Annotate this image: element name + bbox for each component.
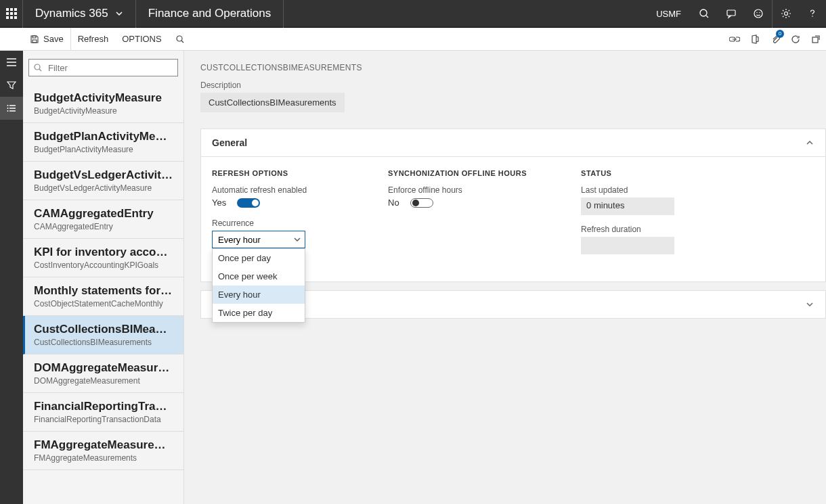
description-value: CustCollectionsBIMeasurements — [200, 93, 345, 112]
svg-rect-8 — [32, 36, 36, 38]
list-item-title: BudgetActivityMeasure — [34, 91, 173, 105]
recurrence-option[interactable]: Once per day — [213, 249, 305, 267]
last-updated-value: 0 minutes — [581, 198, 674, 215]
list-item-title: Monthly statements for c... — [34, 284, 173, 298]
actionbar-search-button[interactable] — [169, 28, 196, 51]
search-icon — [175, 35, 185, 44]
list-item-title: FinancialReportingTransa... — [34, 400, 173, 413]
feedback-button[interactable] — [745, 0, 772, 28]
office-button[interactable] — [745, 28, 765, 51]
settings-button[interactable] — [772, 0, 799, 28]
messages-button[interactable] — [718, 0, 745, 28]
svg-point-19 — [7, 105, 9, 106]
save-button[interactable]: Save — [23, 28, 71, 51]
rail-filter-button[interactable] — [0, 74, 23, 97]
description-label: Description — [200, 81, 826, 90]
list-item-subtitle: BudgetPlanActivityMeasure — [34, 145, 173, 154]
refresh-duration-value — [581, 237, 674, 254]
save-label: Save — [43, 34, 64, 44]
app-launcher-button[interactable] — [0, 0, 23, 28]
list-item-subtitle: CostObjectStatementCacheMonthly — [34, 299, 173, 308]
recurrence-option[interactable]: Twice per day — [213, 304, 305, 322]
refresh-icon-button[interactable] — [785, 28, 806, 51]
list-item-subtitle: DOMAggregateMeasurement — [34, 376, 173, 386]
smile-icon — [753, 8, 764, 19]
enforce-value: No — [388, 198, 399, 208]
popout-icon — [811, 35, 821, 44]
recurrence-option[interactable]: Every hour — [213, 285, 305, 304]
refresh-icon — [791, 35, 800, 44]
page-title: CUSTCOLLECTIONSBIMEASUREMENTS — [200, 63, 826, 72]
link-icon — [729, 35, 740, 44]
svg-point-7 — [812, 16, 813, 17]
funnel-icon — [7, 81, 16, 90]
options-label: OPTIONS — [122, 34, 162, 44]
svg-rect-2 — [727, 10, 735, 16]
recurrence-option[interactable]: Once per week — [213, 267, 305, 285]
gear-icon — [781, 8, 791, 19]
general-section-header[interactable]: General — [201, 129, 825, 157]
recurrence-menu: Once per dayOnce per weekEvery hourTwice… — [212, 248, 305, 323]
attachments-button[interactable]: 0 — [765, 28, 785, 51]
options-button[interactable]: OPTIONS — [115, 28, 169, 51]
svg-line-23 — [39, 69, 41, 71]
recurrence-label: Recurrence — [212, 219, 334, 228]
rail-menu-button[interactable] — [0, 51, 23, 74]
list-item[interactable]: BudgetPlanActivityMeasureBudgetPlanActiv… — [23, 123, 183, 162]
sync-heading: SYNCHONIZATION OFFLINE HOURS — [388, 169, 527, 177]
list-icon — [7, 104, 16, 113]
list-item-title: KPI for inventory accounti... — [34, 246, 173, 259]
attachments-badge: 0 — [776, 30, 784, 38]
list-item[interactable]: CustCollectionsBIMeasure...CustCollectio… — [23, 316, 183, 354]
svg-rect-9 — [32, 40, 37, 43]
list-item[interactable]: BudgetVsLedgerActivityM...BudgetVsLedger… — [23, 162, 183, 200]
list-item[interactable]: BudgetActivityMeasureBudgetActivityMeasu… — [23, 85, 183, 123]
auto-refresh-toggle[interactable] — [237, 198, 260, 208]
filter-input[interactable] — [28, 59, 178, 76]
svg-point-3 — [754, 9, 762, 18]
status-heading: STATUS — [581, 169, 703, 177]
chevron-up-icon — [805, 138, 814, 147]
svg-point-20 — [7, 108, 9, 109]
list-item[interactable]: CAMAggregatedEntryCAMAggregatedEntry — [23, 200, 183, 239]
list-item-title: BudgetPlanActivityMeasure — [34, 130, 173, 143]
list-item-title: BudgetVsLedgerActivityM... — [34, 168, 173, 182]
list-item[interactable]: FinancialReportingTransa...FinancialRepo… — [23, 393, 183, 432]
chevron-down-icon — [805, 300, 814, 309]
recurrence-dropdown[interactable] — [212, 231, 305, 248]
svg-point-0 — [700, 9, 707, 16]
list-item-subtitle: CostInventoryAccountingKPIGoals — [34, 260, 173, 270]
list-item-subtitle: BudgetVsLedgerActivityMeasure — [34, 183, 173, 193]
company-label: USMF — [647, 9, 691, 19]
help-button[interactable] — [799, 0, 826, 28]
refresh-options-heading: REFRESH OPTIONS — [212, 169, 334, 177]
list-item-subtitle: FMAggregateMeasurements — [34, 453, 173, 463]
list-item[interactable]: FMAggregateMeasureme...FMAggregateMeasur… — [23, 432, 183, 470]
svg-point-5 — [759, 12, 760, 13]
list-item[interactable]: KPI for inventory accounti...CostInvento… — [23, 239, 183, 277]
list-item-subtitle: CAMAggregatedEntry — [34, 222, 173, 231]
list-item[interactable]: Monthly statements for c...CostObjectSta… — [23, 277, 183, 316]
list-item-title: DOMAggregateMeasure... — [34, 361, 173, 375]
list-item-title: CustCollectionsBIMeasure... — [34, 323, 173, 336]
refresh-button[interactable]: Refresh — [71, 28, 116, 51]
brand-menu[interactable]: Dynamics 365 — [23, 0, 136, 28]
last-updated-label: Last updated — [581, 185, 703, 195]
list-item-title: CAMAggregatedEntry — [34, 207, 173, 221]
svg-point-21 — [7, 110, 9, 112]
module-label: Finance and Operations — [136, 0, 284, 28]
office-icon — [750, 35, 760, 44]
chat-icon — [726, 8, 737, 19]
link-button[interactable] — [724, 28, 745, 51]
list-item[interactable]: DOMAggregateMeasure...DOMAggregateMeasur… — [23, 354, 183, 393]
svg-line-11 — [181, 41, 183, 43]
chevron-down-icon — [115, 9, 123, 18]
popout-button[interactable] — [806, 28, 826, 51]
hamburger-icon — [6, 58, 17, 67]
rail-list-button[interactable] — [0, 97, 23, 120]
help-icon — [807, 8, 818, 19]
list-item-subtitle: BudgetActivityMeasure — [34, 106, 173, 116]
auto-refresh-value: Yes — [212, 198, 226, 208]
enforce-toggle[interactable] — [410, 198, 433, 208]
search-button[interactable] — [691, 0, 718, 28]
